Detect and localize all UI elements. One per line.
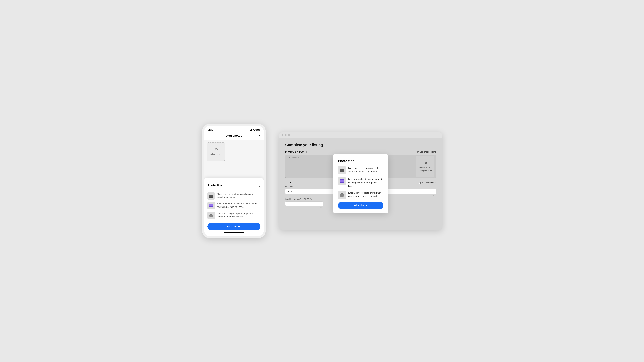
svg-rect-39 [340, 194, 344, 196]
svg-rect-0 [250, 130, 250, 131]
svg-rect-34 [340, 169, 344, 172]
upload-photo-icon [214, 148, 218, 152]
status-icons [250, 129, 260, 131]
phone-bottom-sheet: Photo tips ✕ Make sure you photograph al… [204, 178, 264, 236]
status-time: 9:15 [208, 128, 213, 131]
browser-dot-red [282, 134, 284, 136]
modal-tip-3: Lastly, don't forget to photograph any c… [338, 191, 383, 199]
tip-item-2: Next, remember to include a photo of any… [208, 202, 260, 209]
upload-photos-label: Upload photos [210, 153, 222, 155]
photo-tips-modal: Photo tips ✕ Make sure you photograph al… [333, 154, 388, 213]
laptop-open-icon [208, 203, 214, 209]
tip-text-3: Lastly, don't forget to photograph any c… [217, 212, 260, 218]
svg-rect-2 [251, 129, 252, 131]
svg-rect-37 [340, 182, 344, 183]
svg-rect-1 [250, 130, 251, 131]
browser-dot-yellow [285, 134, 286, 136]
tip-image-3 [208, 212, 215, 219]
modal-tip-text-2: Next, remember to include a photo of any… [348, 177, 383, 188]
home-indicator [224, 232, 244, 233]
svg-rect-35 [340, 172, 344, 172]
phone-nav: ← Add photos ✕ [204, 132, 264, 140]
laptop-closed-icon [208, 193, 214, 199]
upload-photos-box[interactable]: Upload photos [207, 142, 225, 161]
modal-tip-image-3 [338, 191, 346, 199]
status-bar: 9:15 [204, 126, 264, 132]
browser-dot-green [288, 134, 290, 136]
tip-item-1: Make sure you photograph all angles, inc… [208, 192, 260, 200]
charger-icon [208, 212, 214, 218]
modal-laptop-closed-icon [338, 167, 345, 174]
modal-tip-2: Next, remember to include a photo of any… [338, 177, 383, 188]
close-button[interactable]: ✕ [258, 134, 261, 138]
modal-close-button[interactable]: ✕ [383, 157, 385, 160]
phone-screen: 9:15 [204, 126, 264, 236]
browser-window: Complete your listing PHOTOS & VIDEO i [279, 132, 442, 230]
svg-rect-14 [210, 215, 213, 217]
mobile-phone: 9:15 [202, 124, 266, 238]
svg-rect-16 [211, 213, 212, 214]
svg-rect-10 [209, 197, 214, 198]
browser-chrome [279, 132, 442, 138]
tip-text-1: Make sure you photograph all angles, inc… [217, 192, 260, 199]
tip-item-3: Lastly, don't forget to photograph any c… [208, 212, 260, 219]
svg-rect-38 [340, 180, 344, 182]
tip-image-1 [208, 192, 215, 200]
back-button[interactable]: ← [207, 134, 210, 138]
wifi-icon [253, 129, 256, 131]
svg-rect-6 [257, 129, 259, 130]
svg-rect-13 [210, 204, 213, 206]
modal-overlay: Photo tips ✕ Make sure you photograph al… [279, 138, 442, 230]
phone-content: Upload photos [204, 140, 264, 178]
svg-rect-5 [260, 129, 260, 130]
svg-rect-3 [252, 129, 252, 131]
take-photos-button-mobile[interactable]: Take photos [208, 223, 260, 230]
modal-charger-icon [338, 192, 345, 198]
modal-tip-text-3: Lastly, don't forget to photograph any c… [348, 191, 383, 198]
signal-icon [250, 129, 252, 131]
battery-icon [256, 129, 260, 131]
modal-tip-image-1 [338, 166, 346, 174]
tip-text-2: Next, remember to include a photo of any… [217, 202, 260, 209]
modal-tip-image-2 [338, 177, 346, 185]
sheet-title: Photo tips [208, 184, 222, 187]
svg-rect-41 [342, 192, 342, 194]
modal-title: Photo tips [338, 159, 383, 163]
svg-point-8 [215, 150, 216, 151]
tip-image-2 [208, 202, 215, 209]
take-photos-button-modal[interactable]: Take photos [338, 202, 383, 209]
browser-body: Complete your listing PHOTOS & VIDEO i [279, 138, 442, 230]
svg-rect-9 [209, 194, 213, 197]
modal-laptop-open-icon [338, 178, 345, 185]
sheet-close-button[interactable]: ✕ [258, 185, 260, 188]
modal-tip-1: Make sure you photograph all angles, inc… [338, 166, 383, 174]
sheet-handle [231, 181, 237, 181]
phone-nav-title: Add photos [226, 134, 242, 138]
svg-rect-12 [209, 207, 214, 207]
modal-tip-text-1: Make sure you photograph all angles, inc… [348, 166, 383, 174]
